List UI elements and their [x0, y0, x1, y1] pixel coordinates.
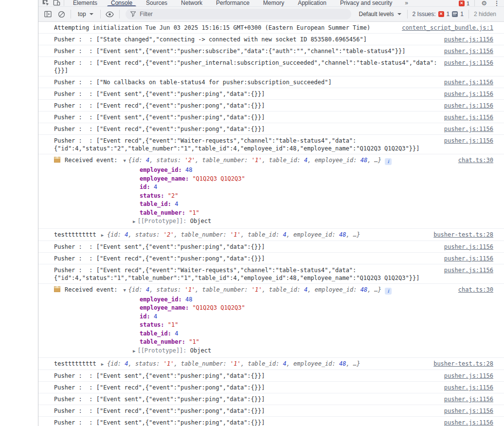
object-property: table_id: 4: [133, 200, 452, 209]
source-link[interactable]: pusher.js:1156: [444, 36, 493, 43]
log-levels-selector[interactable]: Default levels: [355, 8, 405, 20]
tab-elements[interactable]: Elements: [66, 0, 104, 7]
tab-application[interactable]: Application: [291, 0, 333, 7]
console-row: Pusher : : ["Event recd",{"event":"pushe…: [38, 253, 504, 264]
property-value: "1": [168, 321, 179, 328]
source-link[interactable]: pusher.js:1156: [444, 125, 493, 133]
expand-caret-icon[interactable]: ▶: [133, 219, 135, 224]
console-log: Attempting initialization Tue Jun 03 202…: [38, 22, 504, 426]
expand-caret-icon[interactable]: ▼: [123, 158, 126, 163]
devtools-panel: ElementsConsoleSourcesNetworkPerformance…: [38, 0, 504, 426]
log-label: testtttttttt: [54, 231, 96, 238]
tab-network[interactable]: Network: [174, 0, 209, 7]
event-label: Received event:: [65, 157, 117, 164]
preview-text: , table_number:: [174, 231, 230, 238]
package-icon: [54, 157, 60, 163]
prototype-value: Object: [190, 218, 211, 224]
tab-privacy-and-security[interactable]: Privacy and security: [333, 0, 399, 7]
preview-string: '1': [252, 286, 262, 293]
preview-text: , …}: [346, 360, 360, 367]
settings-gear-icon[interactable]: ⚙: [480, 0, 488, 7]
source-link[interactable]: pusher.js:1156: [444, 59, 493, 67]
preview-text: , status:: [149, 157, 184, 164]
source-link[interactable]: content_script_bundle.js:1: [402, 24, 493, 32]
source-link[interactable]: pusher.js:1156: [444, 372, 493, 380]
object-properties: employee_id: 48employee_name: "Q1Q2Q3 Q1…: [133, 165, 452, 227]
chevron-down-icon: [397, 13, 401, 15]
prototype-key: [[Prototype]]:: [137, 218, 190, 224]
property-key: employee_id:: [140, 167, 185, 173]
test-log-line: testtttttttt▶{id: 4, status: '1', table_…: [54, 360, 428, 368]
source-link[interactable]: pusher.js:1156: [444, 113, 493, 121]
live-expression-eye-icon[interactable]: [104, 8, 116, 20]
source-link[interactable]: pusher.js:1156: [444, 266, 493, 274]
info-icon[interactable]: i: [385, 158, 392, 165]
prototype-value: Object: [190, 347, 211, 354]
source-link[interactable]: pusher.js:1156: [444, 243, 493, 251]
preview-string: '2': [184, 157, 195, 164]
source-link[interactable]: pusher.js:1156: [444, 102, 493, 110]
source-link[interactable]: pusher.js:1156: [444, 47, 493, 55]
console-message: Pusher : : ["Event recd",{"event":"Waite…: [54, 137, 438, 152]
source-link[interactable]: pusher.js:1156: [444, 419, 493, 426]
source-link[interactable]: pusher.js:1156: [444, 255, 493, 262]
property-key: status:: [140, 321, 168, 328]
preview-text: , table_number:: [195, 157, 252, 164]
preview-string: '1': [230, 360, 241, 367]
source-link[interactable]: chat.ts:30: [458, 156, 493, 164]
console-message: Pusher : : ["Event recd",{"event":"pushe…: [54, 407, 438, 415]
console-message: Attempting initialization Tue Jun 03 202…: [54, 24, 396, 32]
preview-string: '1': [252, 157, 262, 164]
divider: [100, 10, 101, 19]
log-label: testtttttttt: [54, 360, 96, 367]
source-link[interactable]: pusher.js:1156: [444, 395, 493, 403]
tab-memory[interactable]: Memory: [256, 0, 291, 7]
console-row: Pusher : : ["Event sent",{"event":"pushe…: [38, 88, 504, 100]
expand-caret-icon[interactable]: ▼: [123, 288, 126, 293]
console-message: Pusher : : ["Event recd",{"event":"pushe…: [54, 384, 438, 391]
expand-caret-icon[interactable]: ▶: [101, 362, 104, 367]
issues-counter[interactable]: 2 Issues: ✕ 1 1: [410, 8, 467, 20]
source-link[interactable]: busher-test.ts:28: [433, 231, 493, 239]
property-key: employee_id:: [140, 296, 185, 303]
clear-console-icon[interactable]: [55, 8, 68, 20]
expand-caret-icon[interactable]: ▶: [101, 233, 104, 238]
source-link[interactable]: pusher.js:1156: [444, 384, 493, 391]
source-link[interactable]: pusher.js:1156: [444, 407, 493, 415]
filter-box[interactable]: [126, 9, 351, 19]
tab-label: Application: [298, 0, 326, 6]
filter-input[interactable]: [140, 11, 346, 18]
console-row: Received event:▼{id: 4, status: '2', tab…: [38, 154, 504, 229]
source-link[interactable]: pusher.js:1156: [444, 137, 493, 145]
expand-caret-icon[interactable]: ▶: [133, 349, 135, 353]
source-link[interactable]: pusher.js:1156: [444, 90, 493, 98]
preview-text: {id:: [128, 157, 146, 164]
preview-text: {id:: [107, 231, 125, 238]
preview-text: , employee_id:: [287, 360, 339, 367]
context-selector[interactable]: top: [74, 8, 97, 20]
divider: [64, 0, 64, 6]
property-key: table_id:: [140, 201, 175, 207]
preview-text: , employee_id:: [287, 231, 339, 238]
object-property: id: 4: [133, 183, 452, 192]
console-row: Pusher : : ["State changed","connecting …: [38, 34, 504, 45]
more-tabs-chevron[interactable]: »: [399, 0, 414, 6]
more-options-icon[interactable]: ⋮: [493, 0, 500, 7]
source-link[interactable]: chat.ts:30: [458, 286, 493, 294]
error-count-badge[interactable]: ✕ 1: [459, 0, 469, 6]
preview-text: , employee_id:: [307, 286, 360, 293]
tab-performance[interactable]: Performance: [209, 0, 256, 7]
tab-sources[interactable]: Sources: [139, 0, 174, 7]
device-toolbar-icon[interactable]: [51, 0, 62, 7]
source-link[interactable]: pusher.js:1156: [444, 78, 493, 86]
object-property: employee_id: 48: [133, 296, 452, 304]
console-toolbar: top Default levels 2 Issues: ✕ 1 1: [38, 7, 504, 22]
tab-console[interactable]: Console: [104, 0, 139, 7]
tab-label: Privacy and security: [340, 0, 392, 6]
console-sidebar-toggle-icon[interactable]: [41, 8, 54, 20]
source-link[interactable]: busher-test.ts:28: [433, 360, 493, 368]
info-icon[interactable]: i: [385, 288, 392, 295]
inspect-element-icon[interactable]: [40, 0, 51, 7]
object-property: table_id: 4: [133, 330, 452, 338]
chevron-down-icon: [90, 13, 93, 15]
